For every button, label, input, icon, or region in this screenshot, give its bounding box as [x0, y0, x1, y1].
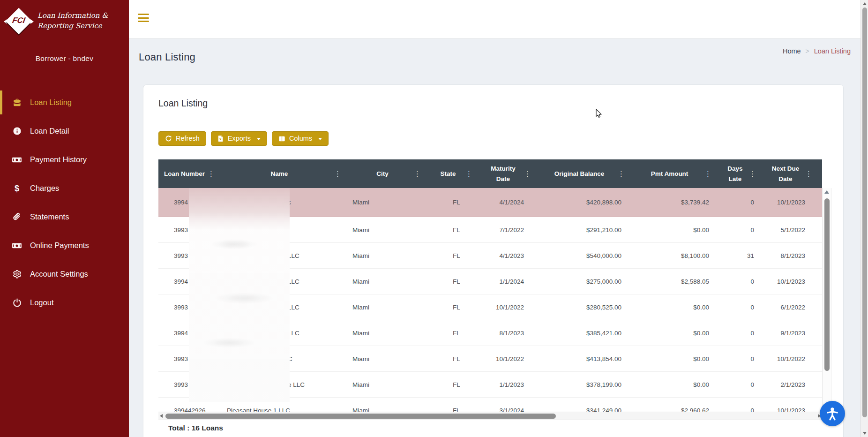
column-menu-icon[interactable]: ⋮ [334, 170, 341, 178]
svg-text:$: $ [15, 184, 19, 193]
refresh-button[interactable]: Refresh [158, 131, 206, 146]
cell-note-rate [814, 188, 822, 217]
sidebar-item-payment-history[interactable]: Payment History [0, 145, 129, 174]
total-loans-label: Total : 16 Loans [168, 424, 223, 432]
cell-note-rate [814, 294, 822, 320]
cell-next-due: 8/1/2023 [757, 243, 814, 268]
cell-state: FL [422, 398, 474, 412]
column-header-loan-number[interactable]: Loan Number⋮ [158, 159, 216, 188]
column-header-label: Loan Number [164, 169, 205, 179]
cell-note-rate [814, 372, 822, 397]
column-menu-icon[interactable]: ⋮ [465, 170, 472, 178]
column-header-city[interactable]: City⋮ [343, 159, 422, 188]
vertical-scroll-thumb[interactable] [824, 198, 830, 371]
cell-pmt-amount: $0.00 [626, 346, 713, 371]
hamburger-menu-icon[interactable] [138, 14, 149, 24]
accessibility-widget-button[interactable] [820, 401, 845, 426]
cell-days-late: 0 [713, 269, 757, 294]
column-header-name[interactable]: Name⋮ [216, 159, 343, 188]
cell-original-balance: $420,898.00 [532, 188, 626, 217]
columns-dropdown-button[interactable]: Colums [272, 131, 329, 146]
horizontal-scroll-thumb[interactable] [165, 414, 556, 419]
column-menu-icon[interactable]: ⋮ [524, 170, 531, 178]
sidebar-item-loan-listing[interactable]: Loan Listing [0, 88, 129, 117]
cell-city: Miami [343, 398, 422, 412]
column-header-note-rate[interactable]: Note Rate⋮ [814, 159, 822, 188]
sidebar-item-loan-detail[interactable]: Loan Detail [0, 117, 129, 145]
cell-maturity: 10/1/2022 [474, 346, 532, 371]
scroll-left-arrow-icon[interactable] [160, 414, 163, 418]
column-header-state[interactable]: State⋮ [422, 159, 474, 188]
table-vertical-scrollbar[interactable] [822, 188, 831, 420]
briefcase-icon [12, 98, 22, 108]
cell-days-late: 31 [713, 243, 757, 268]
cell-state: FL [422, 188, 474, 217]
cell-state: FL [422, 217, 474, 242]
column-header-label: Original Balance [554, 169, 605, 179]
column-header-label: Pmt Amount [651, 169, 688, 179]
breadcrumb-separator: > [806, 47, 809, 55]
sidebar-item-logout[interactable]: Logout [0, 288, 129, 317]
cell-maturity: 3/1/2024 [474, 398, 532, 412]
column-menu-icon[interactable]: ⋮ [208, 170, 215, 178]
sidebar-item-account-settings[interactable]: Account Settings [0, 260, 129, 288]
chevron-down-icon [318, 138, 322, 140]
cell-city: Miami [343, 243, 422, 268]
breadcrumb: Home > Loan Listing [733, 47, 851, 55]
column-menu-icon[interactable]: ⋮ [618, 170, 625, 178]
scroll-up-arrow-icon[interactable] [824, 190, 829, 194]
page-scrollbar[interactable] [861, 0, 868, 437]
money-bill-icon [12, 241, 22, 251]
column-header-days-late[interactable]: Days Late⋮ [713, 159, 757, 188]
column-menu-icon[interactable]: ⋮ [749, 170, 756, 178]
column-menu-icon[interactable]: ⋮ [704, 170, 711, 178]
sidebar-item-label: Payment History [30, 155, 87, 164]
sidebar-item-online-payments[interactable]: Online Payments [0, 231, 129, 260]
cell-original-balance: $378,199.00 [532, 372, 626, 397]
column-menu-icon[interactable]: ⋮ [805, 170, 812, 178]
cell-original-balance: $291,210.00 [532, 217, 626, 242]
cell-next-due: 9/1/2023 [757, 320, 814, 346]
cell-maturity: 10/1/2022 [474, 294, 532, 320]
column-header-next-due-date[interactable]: Next Due Date⋮ [757, 159, 814, 188]
app-logo: FCI Loan Information & Reporting Service [5, 4, 124, 38]
page-scroll-down-arrow-icon[interactable] [863, 432, 867, 435]
cell-maturity: 1/1/2023 [474, 372, 532, 397]
column-header-maturity-date[interactable]: Maturity Date⋮ [474, 159, 532, 188]
sidebar-item-label: Online Payments [30, 241, 89, 250]
cell-original-balance: $341,249.00 [532, 398, 626, 412]
column-menu-icon[interactable]: ⋮ [414, 170, 421, 178]
page-scroll-up-arrow-icon[interactable] [863, 2, 867, 5]
cell-next-due: 10/1/2023 [757, 398, 814, 412]
column-header-label: Days Late [727, 164, 742, 184]
cell-maturity: 4/1/2024 [474, 188, 532, 217]
info-circle-icon [12, 126, 22, 136]
column-header-label: Name [271, 169, 288, 179]
table-columns-icon [278, 136, 285, 142]
cell-note-rate [814, 217, 822, 242]
sidebar-nav: Loan ListingLoan DetailPayment History$C… [0, 88, 129, 317]
exports-button-label: Exports [228, 135, 251, 142]
sidebar: FCI Loan Information & Reporting Service… [0, 0, 129, 437]
breadcrumb-home-link[interactable]: Home [783, 47, 801, 55]
cell-state: FL [422, 294, 474, 320]
cell-state: FL [422, 346, 474, 371]
cell-days-late: 0 [713, 372, 757, 397]
column-header-original-balance[interactable]: Original Balance⋮ [532, 159, 626, 188]
page-scroll-thumb[interactable] [862, 8, 867, 417]
cell-note-rate [814, 269, 822, 294]
cell-state: FL [422, 269, 474, 294]
sidebar-item-statements[interactable]: Statements [0, 203, 129, 231]
cell-next-due: 10/1/2022 [757, 346, 814, 371]
sidebar-item-charges[interactable]: $Charges [0, 174, 129, 203]
column-header-pmt-amount[interactable]: Pmt Amount⋮ [626, 159, 713, 188]
cell-pmt-amount: $0.00 [626, 294, 713, 320]
cell-original-balance: $275,000.00 [532, 269, 626, 294]
table-horizontal-scrollbar[interactable] [158, 412, 822, 420]
topbar [129, 0, 868, 38]
gear-icon [12, 269, 22, 279]
cell-pmt-amount: $0.00 [626, 320, 713, 346]
logo-tagline: Loan Information & Reporting Service [37, 11, 108, 31]
excel-file-icon: x [217, 135, 224, 142]
exports-dropdown-button[interactable]: x Exports [211, 131, 267, 146]
